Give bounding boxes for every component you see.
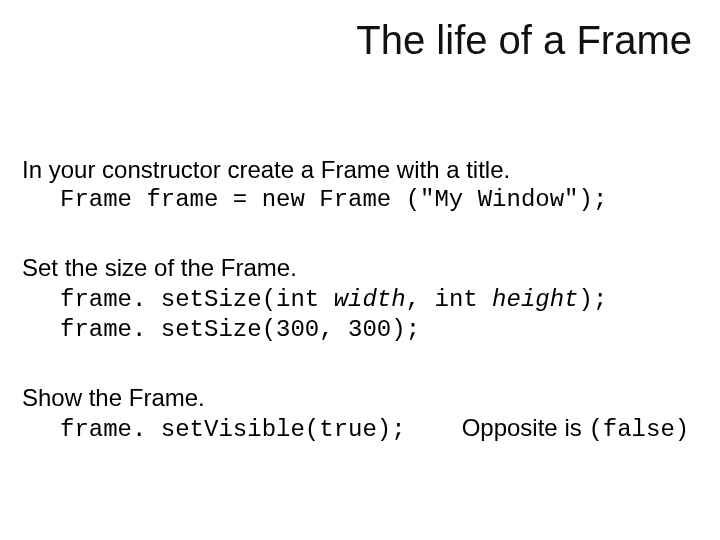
slide-title: The life of a Frame xyxy=(356,18,692,63)
setsize-height: height xyxy=(492,286,578,313)
setsize-line1: frame. setSize(int width, int height); xyxy=(22,283,698,315)
paragraph-setsize: Set the size of the Frame. frame. setSiz… xyxy=(22,253,698,345)
show-intro: Show the Frame. xyxy=(22,384,205,411)
setsize-code-c: , int xyxy=(406,286,492,313)
opposite-label: Opposite is xyxy=(462,414,589,441)
setsize-line2: frame. setSize(300, 300); xyxy=(22,315,698,345)
show-code: frame. setVisible(true); xyxy=(60,415,406,445)
constructor-intro: In your constructor create a Frame with … xyxy=(22,156,510,183)
constructor-code: Frame frame = new Frame ("My Window"); xyxy=(22,185,698,215)
setsize-code-e: ); xyxy=(579,286,608,313)
setsize-width: width xyxy=(334,286,406,313)
setsize-intro: Set the size of the Frame. xyxy=(22,254,297,281)
paragraph-constructor: In your constructor create a Frame with … xyxy=(22,155,698,215)
opposite-code: (false) xyxy=(588,416,689,443)
slide-body: In your constructor create a Frame with … xyxy=(22,155,698,483)
show-opposite: Opposite is (false) xyxy=(406,413,698,445)
show-row: frame. setVisible(true); Opposite is (fa… xyxy=(22,413,698,445)
slide: The life of a Frame In your constructor … xyxy=(0,0,720,540)
paragraph-show: Show the Frame. frame. setVisible(true);… xyxy=(22,383,698,445)
setsize-code-a: frame. setSize(int xyxy=(60,286,334,313)
